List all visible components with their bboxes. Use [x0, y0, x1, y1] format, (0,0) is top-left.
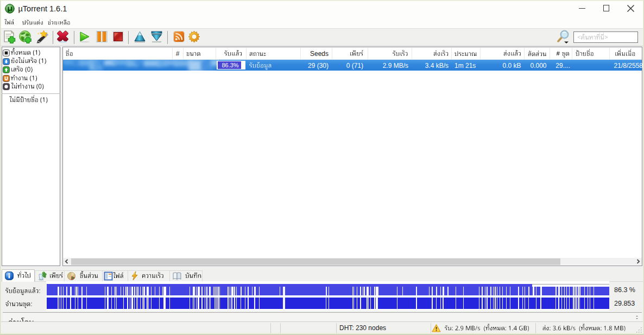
svg-text:0.000: 0.000 — [530, 62, 546, 69]
svg-text:29.853: 29.853 — [614, 300, 635, 307]
svg-text:0 (71): 0 (71) — [346, 62, 363, 69]
svg-text:2.9 MB/s: 2.9 MB/s — [383, 62, 408, 69]
svg-text:86.3%: 86.3% — [222, 62, 238, 68]
svg-text:1m 21s: 1m 21s — [454, 62, 476, 69]
svg-text:DHT: 230 nodes: DHT: 230 nodes — [339, 324, 386, 332]
svg-text:29....: 29.... — [555, 62, 570, 69]
svg-text:3.4 kB/s: 3.4 kB/s — [425, 62, 449, 69]
svg-text:0.0 kB: 0.0 kB — [502, 62, 521, 69]
svg-text:Seeds: Seeds — [310, 50, 329, 58]
svg-text:86.3 %: 86.3 % — [614, 286, 635, 294]
svg-text:#: # — [176, 50, 180, 58]
svg-text:µTorrent 1.6.1: µTorrent 1.6.1 — [18, 4, 67, 13]
svg-text:21/8/2558: 21/8/2558 — [614, 62, 643, 69]
svg-text:29 (30): 29 (30) — [308, 62, 329, 69]
